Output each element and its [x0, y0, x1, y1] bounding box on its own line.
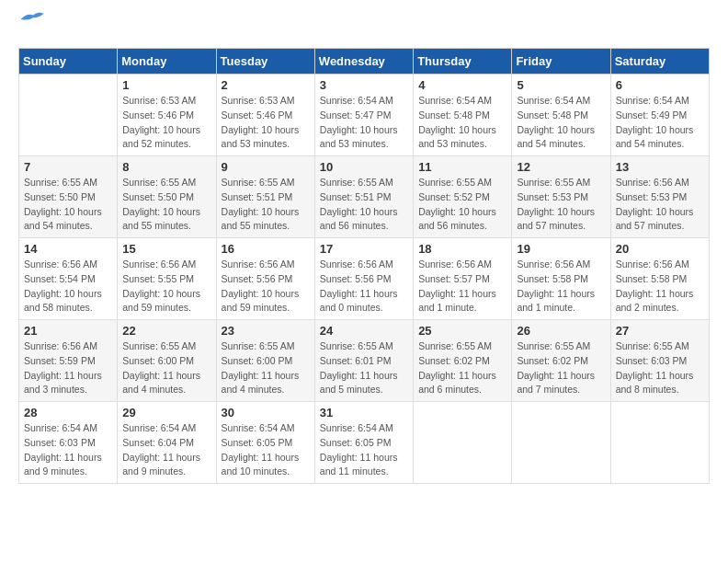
calendar-cell: 23 Sunrise: 6:55 AM Sunset: 6:00 PM Dayl… — [216, 320, 314, 402]
day-info: Sunrise: 6:55 AM Sunset: 6:01 PM Dayligh… — [320, 339, 408, 397]
calendar-cell — [414, 402, 512, 484]
day-number: 31 — [320, 406, 408, 419]
day-info: Sunrise: 6:56 AM Sunset: 5:56 PM Dayligh… — [222, 258, 310, 316]
calendar-cell: 29 Sunrise: 6:54 AM Sunset: 6:04 PM Dayl… — [118, 402, 216, 484]
day-number: 4 — [418, 78, 506, 92]
day-info: Sunrise: 6:54 AM Sunset: 5:48 PM Dayligh… — [418, 94, 506, 152]
day-info: Sunrise: 6:53 AM Sunset: 5:46 PM Dayligh… — [222, 94, 310, 152]
calendar-cell: 14 Sunrise: 6:56 AM Sunset: 5:54 PM Dayl… — [19, 238, 118, 320]
day-number: 26 — [517, 324, 605, 338]
day-info: Sunrise: 6:54 AM Sunset: 6:05 PM Dayligh… — [222, 421, 310, 479]
day-number: 17 — [320, 242, 408, 256]
calendar-header-row: SundayMondayTuesdayWednesdayThursdayFrid… — [19, 49, 710, 75]
day-info: Sunrise: 6:56 AM Sunset: 5:55 PM Dayligh… — [122, 258, 210, 316]
calendar-cell — [512, 402, 610, 484]
calendar-cell: 4 Sunrise: 6:54 AM Sunset: 5:48 PM Dayli… — [414, 75, 512, 156]
day-info: Sunrise: 6:56 AM Sunset: 5:53 PM Dayligh… — [616, 176, 704, 234]
day-number: 27 — [616, 324, 704, 338]
day-info: Sunrise: 6:56 AM Sunset: 5:56 PM Dayligh… — [320, 258, 408, 316]
calendar-cell: 24 Sunrise: 6:55 AM Sunset: 6:01 PM Dayl… — [314, 320, 413, 402]
day-info: Sunrise: 6:54 AM Sunset: 6:03 PM Dayligh… — [24, 421, 112, 479]
weekday-header: Sunday — [19, 49, 118, 75]
day-info: Sunrise: 6:55 AM Sunset: 6:03 PM Dayligh… — [616, 339, 704, 397]
day-info: Sunrise: 6:55 AM Sunset: 6:02 PM Dayligh… — [517, 339, 605, 397]
page-header — [18, 18, 710, 39]
day-number: 24 — [320, 324, 408, 338]
calendar-cell: 12 Sunrise: 6:55 AM Sunset: 5:53 PM Dayl… — [512, 156, 610, 238]
calendar-table: SundayMondayTuesdayWednesdayThursdayFrid… — [18, 48, 710, 484]
day-number: 20 — [616, 242, 704, 256]
calendar-cell — [19, 75, 118, 156]
calendar-cell: 20 Sunrise: 6:56 AM Sunset: 5:58 PM Dayl… — [610, 238, 709, 320]
calendar-cell: 9 Sunrise: 6:55 AM Sunset: 5:51 PM Dayli… — [216, 156, 314, 238]
day-number: 16 — [222, 242, 310, 256]
calendar-cell: 2 Sunrise: 6:53 AM Sunset: 5:46 PM Dayli… — [216, 75, 314, 156]
day-number: 25 — [418, 324, 506, 338]
calendar-week-row: 21 Sunrise: 6:56 AM Sunset: 5:59 PM Dayl… — [19, 320, 710, 402]
calendar-cell: 27 Sunrise: 6:55 AM Sunset: 6:03 PM Dayl… — [610, 320, 709, 402]
day-number: 15 — [122, 242, 210, 256]
day-number: 22 — [122, 324, 210, 338]
day-number: 21 — [24, 324, 112, 338]
calendar-week-row: 1 Sunrise: 6:53 AM Sunset: 5:46 PM Dayli… — [19, 75, 710, 156]
day-info: Sunrise: 6:54 AM Sunset: 5:47 PM Dayligh… — [320, 94, 408, 152]
calendar-cell: 7 Sunrise: 6:55 AM Sunset: 5:50 PM Dayli… — [19, 156, 118, 238]
calendar-cell: 3 Sunrise: 6:54 AM Sunset: 5:47 PM Dayli… — [314, 75, 413, 156]
weekday-header: Thursday — [414, 49, 512, 75]
weekday-header: Friday — [512, 49, 610, 75]
day-info: Sunrise: 6:56 AM Sunset: 5:58 PM Dayligh… — [616, 258, 704, 316]
day-number: 8 — [122, 160, 210, 174]
day-info: Sunrise: 6:55 AM Sunset: 5:50 PM Dayligh… — [24, 176, 112, 234]
day-info: Sunrise: 6:55 AM Sunset: 6:00 PM Dayligh… — [122, 339, 210, 397]
day-number: 30 — [222, 406, 310, 419]
day-number: 29 — [122, 406, 210, 419]
day-number: 12 — [517, 160, 605, 174]
weekday-header: Wednesday — [314, 49, 413, 75]
calendar-cell: 5 Sunrise: 6:54 AM Sunset: 5:48 PM Dayli… — [512, 75, 610, 156]
calendar-cell: 25 Sunrise: 6:55 AM Sunset: 6:02 PM Dayl… — [414, 320, 512, 402]
calendar-week-row: 28 Sunrise: 6:54 AM Sunset: 6:03 PM Dayl… — [19, 402, 710, 484]
calendar-cell: 26 Sunrise: 6:55 AM Sunset: 6:02 PM Dayl… — [512, 320, 610, 402]
calendar-cell: 22 Sunrise: 6:55 AM Sunset: 6:00 PM Dayl… — [118, 320, 216, 402]
weekday-header: Monday — [118, 49, 216, 75]
day-info: Sunrise: 6:55 AM Sunset: 5:53 PM Dayligh… — [517, 176, 605, 234]
day-number: 5 — [517, 78, 605, 92]
day-info: Sunrise: 6:55 AM Sunset: 5:51 PM Dayligh… — [222, 176, 310, 234]
day-info: Sunrise: 6:54 AM Sunset: 5:49 PM Dayligh… — [616, 94, 704, 152]
calendar-cell: 13 Sunrise: 6:56 AM Sunset: 5:53 PM Dayl… — [610, 156, 709, 238]
day-number: 3 — [320, 78, 408, 92]
day-number: 11 — [418, 160, 506, 174]
calendar-cell: 18 Sunrise: 6:56 AM Sunset: 5:57 PM Dayl… — [414, 238, 512, 320]
calendar-cell: 19 Sunrise: 6:56 AM Sunset: 5:58 PM Dayl… — [512, 238, 610, 320]
calendar-cell: 31 Sunrise: 6:54 AM Sunset: 6:05 PM Dayl… — [314, 402, 413, 484]
day-info: Sunrise: 6:54 AM Sunset: 5:48 PM Dayligh… — [517, 94, 605, 152]
calendar-cell: 1 Sunrise: 6:53 AM Sunset: 5:46 PM Dayli… — [118, 75, 216, 156]
calendar-cell: 28 Sunrise: 6:54 AM Sunset: 6:03 PM Dayl… — [19, 402, 118, 484]
day-info: Sunrise: 6:55 AM Sunset: 5:52 PM Dayligh… — [418, 176, 506, 234]
day-number: 2 — [222, 78, 310, 92]
day-info: Sunrise: 6:55 AM Sunset: 5:50 PM Dayligh… — [122, 176, 210, 234]
day-info: Sunrise: 6:56 AM Sunset: 5:58 PM Dayligh… — [517, 258, 605, 316]
day-info: Sunrise: 6:56 AM Sunset: 5:54 PM Dayligh… — [24, 258, 112, 316]
calendar-cell: 30 Sunrise: 6:54 AM Sunset: 6:05 PM Dayl… — [216, 402, 314, 484]
calendar-week-row: 7 Sunrise: 6:55 AM Sunset: 5:50 PM Dayli… — [19, 156, 710, 238]
day-number: 6 — [616, 78, 704, 92]
logo — [18, 18, 46, 39]
day-number: 10 — [320, 160, 408, 174]
day-number: 1 — [122, 78, 210, 92]
day-number: 28 — [24, 406, 112, 419]
calendar-cell: 16 Sunrise: 6:56 AM Sunset: 5:56 PM Dayl… — [216, 238, 314, 320]
day-number: 14 — [24, 242, 112, 256]
day-number: 9 — [222, 160, 310, 174]
calendar-cell: 6 Sunrise: 6:54 AM Sunset: 5:49 PM Dayli… — [610, 75, 709, 156]
calendar-week-row: 14 Sunrise: 6:56 AM Sunset: 5:54 PM Dayl… — [19, 238, 710, 320]
day-info: Sunrise: 6:54 AM Sunset: 6:04 PM Dayligh… — [122, 421, 210, 479]
day-info: Sunrise: 6:56 AM Sunset: 5:59 PM Dayligh… — [24, 339, 112, 397]
day-info: Sunrise: 6:54 AM Sunset: 6:05 PM Dayligh… — [320, 421, 408, 479]
day-number: 23 — [222, 324, 310, 338]
logo-bird-icon — [20, 11, 46, 28]
calendar-cell: 15 Sunrise: 6:56 AM Sunset: 5:55 PM Dayl… — [118, 238, 216, 320]
day-info: Sunrise: 6:56 AM Sunset: 5:57 PM Dayligh… — [418, 258, 506, 316]
day-info: Sunrise: 6:53 AM Sunset: 5:46 PM Dayligh… — [122, 94, 210, 152]
calendar-cell: 17 Sunrise: 6:56 AM Sunset: 5:56 PM Dayl… — [314, 238, 413, 320]
